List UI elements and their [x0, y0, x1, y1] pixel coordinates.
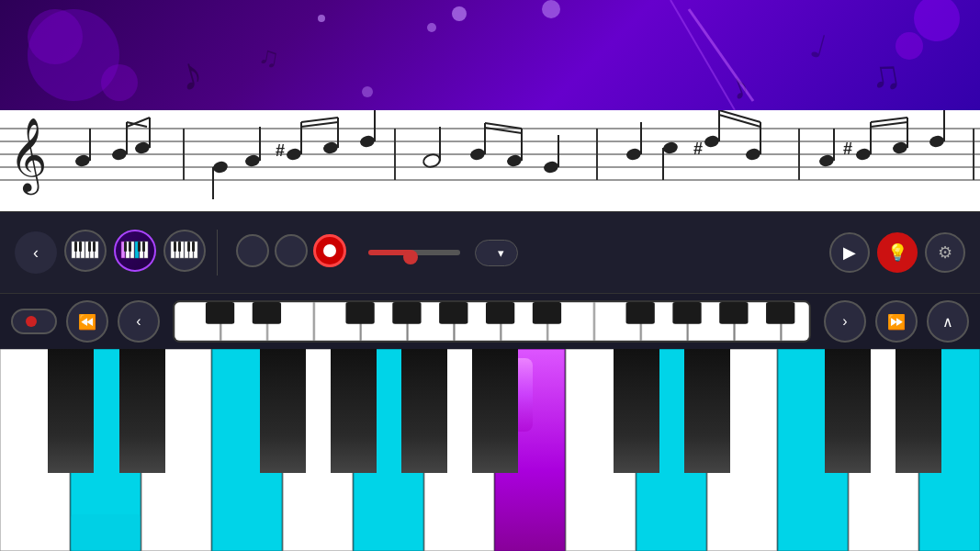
- svg-line-77: [871, 118, 907, 122]
- keyboard-nav: ⏪ ‹: [0, 294, 980, 349]
- speed-section: [361, 250, 460, 255]
- header-section: ♪ ♫ ♪ ♩ ♫: [0, 0, 980, 110]
- svg-rect-132: [626, 302, 655, 324]
- svg-rect-153: [119, 349, 165, 473]
- note-c-button[interactable]: [236, 234, 269, 267]
- svg-rect-98: [129, 242, 131, 252]
- divider-1: [217, 230, 218, 276]
- svg-point-33: [134, 141, 152, 155]
- svg-point-66: [745, 147, 762, 162]
- svg-rect-89: [88, 242, 91, 252]
- svg-point-59: [625, 147, 643, 162]
- svg-point-49: [422, 152, 442, 168]
- svg-point-12: [452, 6, 467, 21]
- svg-text:#: #: [693, 140, 703, 158]
- svg-point-9: [896, 32, 923, 60]
- svg-rect-159: [684, 349, 730, 473]
- prev-button[interactable]: ‹: [118, 300, 160, 343]
- double-keys-icon: [64, 230, 107, 272]
- song-selector[interactable]: ▾: [475, 240, 518, 266]
- svg-line-78: [871, 122, 907, 127]
- svg-rect-100: [142, 242, 145, 252]
- double-keys-item[interactable]: [64, 230, 107, 276]
- note-modes: [236, 234, 346, 267]
- svg-point-16: [318, 15, 325, 22]
- svg-rect-135: [766, 302, 794, 324]
- note-do-button[interactable]: [275, 234, 308, 267]
- svg-point-28: [74, 153, 92, 168]
- svg-point-13: [427, 23, 436, 32]
- svg-rect-129: [439, 302, 467, 324]
- rewind-button[interactable]: ⏪: [66, 300, 108, 343]
- svg-point-70: [818, 153, 836, 168]
- up-button[interactable]: ∧: [927, 300, 969, 343]
- svg-rect-131: [533, 302, 561, 324]
- svg-point-36: [212, 160, 230, 174]
- svg-point-53: [506, 153, 524, 168]
- svg-rect-138: [71, 514, 141, 551]
- svg-rect-157: [472, 349, 518, 473]
- svg-point-14: [542, 0, 560, 18]
- svg-rect-108: [178, 242, 181, 252]
- svg-rect-134: [719, 302, 748, 324]
- svg-text:#: #: [276, 141, 285, 160]
- svg-rect-156: [401, 349, 447, 473]
- svg-rect-107: [174, 242, 176, 252]
- svg-text:#: #: [843, 140, 852, 158]
- players-icon: [114, 230, 156, 272]
- svg-rect-125: [206, 302, 234, 324]
- svg-rect-133: [672, 302, 701, 324]
- fast-forward-button[interactable]: ⏩: [875, 300, 918, 343]
- svg-rect-158: [614, 349, 659, 473]
- svg-point-43: [322, 141, 340, 155]
- svg-rect-99: [138, 242, 141, 252]
- piano-section: [0, 349, 980, 551]
- next-button[interactable]: ›: [824, 300, 866, 343]
- svg-point-30: [111, 147, 129, 162]
- speed-slider[interactable]: [368, 250, 460, 255]
- svg-rect-155: [331, 349, 377, 473]
- piano-keyboard: [0, 349, 980, 551]
- svg-rect-128: [392, 302, 421, 324]
- svg-line-11: [670, 0, 735, 110]
- light-button[interactable]: 💡: [877, 232, 918, 273]
- svg-point-47: [359, 134, 377, 149]
- svg-text:♪: ♪: [724, 63, 755, 107]
- back-button[interactable]: ‹: [15, 231, 57, 274]
- rec-dot: [26, 316, 37, 327]
- svg-point-61: [662, 141, 680, 155]
- play-button[interactable]: ▶: [829, 232, 870, 273]
- svg-rect-130: [486, 302, 514, 324]
- style-item[interactable]: [163, 230, 206, 276]
- svg-rect-88: [79, 242, 82, 252]
- settings-button[interactable]: ⚙: [925, 232, 965, 273]
- style-icon: [163, 230, 206, 272]
- rec-button[interactable]: [11, 309, 57, 334]
- svg-point-8: [914, 0, 960, 41]
- svg-text:♫: ♫: [866, 50, 905, 101]
- svg-point-75: [892, 141, 909, 155]
- svg-text:♩: ♩: [806, 27, 831, 65]
- svg-rect-110: [192, 242, 195, 252]
- svg-line-46: [301, 122, 338, 127]
- svg-point-79: [929, 134, 946, 149]
- svg-rect-97: [124, 242, 127, 252]
- svg-point-41: [286, 147, 303, 162]
- svg-point-1: [28, 9, 83, 64]
- svg-rect-154: [260, 349, 306, 473]
- svg-text:♫: ♫: [256, 39, 282, 73]
- svg-point-51: [469, 147, 487, 162]
- mini-keyboard: [173, 300, 811, 343]
- players-item[interactable]: [114, 230, 156, 276]
- svg-text:𝄞: 𝄞: [9, 118, 47, 196]
- svg-rect-87: [74, 242, 77, 252]
- note-active-indicator[interactable]: [313, 234, 346, 267]
- svg-rect-152: [48, 349, 94, 473]
- song-dropdown-icon: ▾: [498, 246, 504, 260]
- svg-point-56: [543, 160, 560, 174]
- svg-rect-161: [896, 349, 941, 473]
- svg-line-45: [301, 118, 338, 122]
- svg-point-2: [101, 64, 138, 101]
- svg-point-15: [362, 86, 373, 97]
- controls-bar: ‹: [0, 211, 980, 294]
